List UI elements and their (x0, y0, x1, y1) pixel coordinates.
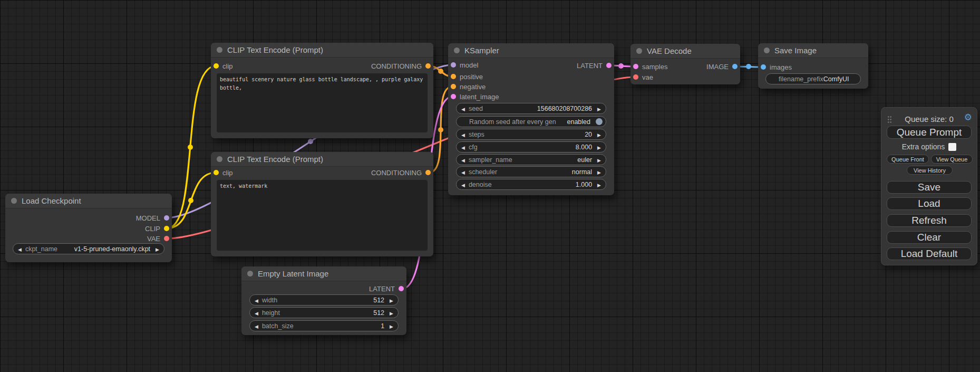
output-slot-clip[interactable]: CLIP (145, 224, 169, 233)
empty-latent-titlebar[interactable]: Empty Latent Image (241, 266, 406, 281)
batch-size-decrement-icon[interactable] (255, 322, 258, 330)
widget-denoise[interactable]: denoise 1.000 (456, 179, 606, 190)
node-clip-text-encode-positive[interactable]: CLIP Text Encode (Prompt) clip CONDITION… (211, 43, 433, 138)
port-negative-input[interactable] (451, 84, 456, 89)
seed-increment-icon[interactable] (597, 105, 601, 112)
queue-prompt-button[interactable]: Queue Prompt (887, 126, 972, 139)
port-latent-output[interactable] (399, 286, 404, 291)
sampler-name-increment-icon[interactable] (597, 156, 601, 164)
port-latent-output[interactable] (606, 63, 612, 68)
width-increment-icon[interactable] (390, 297, 393, 304)
collapse-dot-icon[interactable] (11, 198, 17, 204)
load-checkpoint-titlebar[interactable]: Load Checkpoint (5, 194, 172, 208)
input-slot-samples[interactable]: samples (633, 62, 667, 71)
widget-width[interactable]: width 512 (249, 294, 399, 306)
width-decrement-icon[interactable] (255, 297, 258, 304)
input-slot-negative[interactable]: negative (451, 82, 486, 91)
port-latent-image-input[interactable] (451, 94, 456, 99)
output-slot-conditioning[interactable]: CONDITIONING (371, 62, 431, 70)
port-image-output[interactable] (732, 64, 738, 69)
collapse-dot-icon[interactable] (636, 48, 642, 54)
port-samples-input[interactable] (633, 64, 638, 69)
input-slot-positive[interactable]: positive (451, 72, 483, 81)
widget-scheduler[interactable]: scheduler normal (456, 166, 606, 177)
port-vae-input[interactable] (633, 74, 638, 80)
cfg-increment-icon[interactable] (597, 144, 601, 151)
cfg-decrement-icon[interactable] (461, 144, 465, 151)
port-clip-input[interactable] (214, 170, 219, 175)
save-image-titlebar[interactable]: Save Image (758, 43, 868, 58)
port-conditioning-output[interactable] (425, 170, 431, 175)
clear-button[interactable]: Clear (887, 231, 972, 244)
positive-prompt-textarea[interactable]: beautiful scenery nature glass bottle la… (217, 73, 428, 132)
collapse-dot-icon[interactable] (247, 271, 253, 276)
port-model-output[interactable] (164, 215, 169, 221)
input-slot-images[interactable]: images (761, 63, 792, 71)
output-slot-vae[interactable]: VAE (147, 234, 169, 243)
widget-height[interactable]: height 512 (249, 307, 399, 318)
queue-front-button[interactable]: Queue Front (887, 155, 929, 164)
vae-decode-titlebar[interactable]: VAE Decode (630, 44, 740, 59)
output-slot-latent[interactable]: LATENT (369, 284, 404, 293)
height-increment-icon[interactable] (390, 309, 393, 317)
ksampler-titlebar[interactable]: KSampler (448, 43, 614, 58)
input-slot-latent-image[interactable]: latent_image (451, 92, 499, 101)
collapse-dot-icon[interactable] (217, 47, 222, 53)
output-slot-conditioning[interactable]: CONDITIONING (371, 168, 431, 177)
widget-filename-prefix[interactable]: filename_prefix ComfyUI (765, 73, 861, 84)
output-slot-model[interactable]: MODEL (136, 214, 169, 222)
clip-negative-titlebar[interactable]: CLIP Text Encode (Prompt) (211, 152, 433, 167)
batch-size-increment-icon[interactable] (390, 322, 393, 330)
widget-sampler-name[interactable]: sampler_name euler (456, 154, 606, 165)
input-slot-clip[interactable]: clip (214, 168, 233, 177)
node-empty-latent-image[interactable]: Empty Latent Image LATENT width 512 heig… (241, 266, 406, 335)
node-load-checkpoint[interactable]: Load Checkpoint MODEL CLIP VAE ckpt_name… (5, 194, 172, 262)
clip-positive-titlebar[interactable]: CLIP Text Encode (Prompt) (211, 43, 433, 58)
input-slot-clip[interactable]: clip (214, 62, 233, 70)
load-default-button[interactable]: Load Default (887, 247, 972, 260)
save-button[interactable]: Save (887, 181, 972, 194)
node-graph-canvas[interactable]: { "colors": { "model": "#B39DDB", "clip"… (0, 0, 980, 372)
steps-decrement-icon[interactable] (461, 131, 465, 138)
denoise-increment-icon[interactable] (597, 181, 601, 188)
collapse-dot-icon[interactable] (454, 47, 460, 53)
widget-cfg[interactable]: cfg 8.000 (456, 141, 606, 152)
collapse-dot-icon[interactable] (764, 47, 770, 53)
refresh-button[interactable]: Refresh (887, 214, 972, 227)
collapse-dot-icon[interactable] (217, 156, 222, 162)
widget-seed[interactable]: seed 156680208700286 (456, 103, 606, 114)
output-slot-latent[interactable]: LATENT (577, 61, 612, 70)
height-decrement-icon[interactable] (255, 309, 258, 317)
input-slot-model[interactable]: model (451, 61, 478, 69)
node-ksampler[interactable]: KSampler model LATENT positive negative … (448, 43, 614, 195)
seed-decrement-icon[interactable] (461, 105, 465, 112)
node-vae-decode[interactable]: VAE Decode samples IMAGE vae (630, 44, 740, 84)
ckpt-name-decrement-icon[interactable] (18, 245, 22, 253)
widget-random-seed-toggle[interactable]: Random seed after every gen enabled (456, 116, 606, 127)
denoise-decrement-icon[interactable] (461, 181, 465, 188)
port-conditioning-output[interactable] (425, 63, 431, 69)
widget-ckpt-name[interactable]: ckpt_name v1-5-pruned-emaonly.ckpt (13, 243, 164, 254)
port-images-input[interactable] (761, 64, 766, 70)
port-clip-output[interactable] (164, 226, 169, 231)
sampler-name-decrement-icon[interactable] (461, 156, 465, 164)
toggle-dot[interactable] (596, 118, 603, 125)
scheduler-decrement-icon[interactable] (461, 168, 465, 176)
node-save-image[interactable]: Save Image images filename_prefix ComfyU… (758, 43, 868, 89)
port-positive-input[interactable] (451, 74, 456, 79)
input-slot-vae[interactable]: vae (633, 73, 653, 81)
output-slot-image[interactable]: IMAGE (706, 62, 738, 71)
negative-prompt-textarea[interactable]: text, watermark (217, 180, 428, 251)
extra-options-checkbox[interactable] (948, 143, 956, 151)
load-button[interactable]: Load (887, 197, 972, 210)
ckpt-name-increment-icon[interactable] (156, 245, 159, 253)
port-clip-input[interactable] (214, 63, 219, 69)
node-clip-text-encode-negative[interactable]: CLIP Text Encode (Prompt) clip CONDITION… (211, 152, 433, 256)
widget-batch-size[interactable]: batch_size 1 (249, 320, 399, 331)
scheduler-increment-icon[interactable] (597, 168, 601, 176)
view-history-button[interactable]: View History (907, 166, 953, 175)
port-vae-output[interactable] (164, 236, 169, 241)
port-model-input[interactable] (451, 62, 456, 68)
widget-steps[interactable]: steps 20 (456, 129, 606, 140)
steps-increment-icon[interactable] (597, 131, 601, 138)
